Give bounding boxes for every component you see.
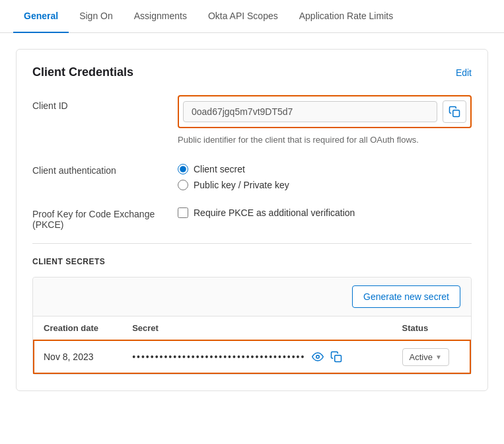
pkce-checkbox-item[interactable]: Require PKCE as additional verification [178,204,472,218]
client-secrets-section: CLIENT SECRETS Generate new secret Creat… [32,257,472,375]
copy-secret-icon [330,351,342,363]
client-auth-radio-group: Client secret Public key / Private key [178,160,472,190]
client-secrets-title: CLIENT SECRETS [32,257,472,266]
client-id-highlight-box: 0oad67jgq5m7vt9DT5d7 [178,95,472,128]
pkce-checkbox-label: Require PKCE as additional verification [194,207,355,218]
tab-bar: General Sign On Assignments Okta API Sco… [0,0,504,33]
pkce-label: Proof Key for Code Exchange (PKCE) [32,204,178,230]
status-dropdown-button[interactable]: Active ▼ [402,348,449,366]
tab-application-rate-limits[interactable]: Application Rate Limits [289,0,404,33]
status-label: Active [410,352,433,362]
td-secret: •••••••••••••••••••••••••••••••••••••• [122,340,391,374]
secrets-toolbar: Generate new secret [33,278,471,316]
th-creation-date: Creation date [33,316,122,340]
pkce-row: Proof Key for Code Exchange (PKCE) Requi… [32,204,472,230]
secrets-table: Creation date Secret Status Nov 8, 2023 [33,316,471,374]
tab-okta-api-scopes[interactable]: Okta API Scopes [198,0,289,33]
client-id-row: Client ID 0oad67jgq5m7vt9DT5d7 Public id… [32,95,472,147]
copy-icon [449,106,460,118]
radio-client-secret-label: Client secret [194,164,245,174]
secret-col: •••••••••••••••••••••••••••••••••••••• [132,351,380,363]
secrets-table-wrapper: Generate new secret Creation date Secret… [32,277,472,375]
radio-client-secret-input[interactable] [178,164,188,174]
generate-secret-button[interactable]: Generate new secret [352,285,460,308]
client-credentials-card: Client Credentials Edit Client ID 0oad67… [16,49,488,391]
secrets-table-header-row: Creation date Secret Status [33,316,471,340]
tab-assignments[interactable]: Assignments [124,0,198,33]
svg-rect-2 [335,355,342,362]
tab-sign-on[interactable]: Sign On [69,0,124,33]
reveal-secret-button[interactable] [312,351,324,363]
td-status: Active ▼ [392,340,471,374]
card-title: Client Credentials [32,65,133,79]
client-id-helper: Public identifier for the client that is… [178,133,472,147]
copy-secret-button[interactable] [330,351,342,363]
tab-general[interactable]: General [13,0,69,33]
page: General Sign On Assignments Okta API Sco… [0,0,504,444]
card-header: Client Credentials Edit [32,65,472,79]
eye-icon [312,351,324,363]
main-content: Client Credentials Edit Client ID 0oad67… [0,33,504,407]
section-divider [32,243,472,244]
th-status: Status [392,316,471,340]
chevron-down-icon: ▼ [435,353,442,361]
client-id-field: 0oad67jgq5m7vt9DT5d7 [183,101,437,122]
client-auth-label: Client authentication [32,160,178,176]
edit-link[interactable]: Edit [456,67,472,78]
radio-public-key-label: Public key / Private key [194,180,289,190]
table-row: Nov 8, 2023 ••••••••••••••••••••••••••••… [33,340,471,374]
client-id-label: Client ID [32,95,178,111]
copy-client-id-button[interactable] [443,100,466,123]
client-auth-value: Client secret Public key / Private key [178,160,472,190]
secrets-table-head: Creation date Secret Status [33,316,471,340]
th-secret: Secret [122,316,391,340]
client-id-value: 0oad67jgq5m7vt9DT5d7 Public identifier f… [178,95,472,147]
radio-client-secret[interactable]: Client secret [178,164,472,174]
radio-public-key-input[interactable] [178,180,188,190]
client-auth-row: Client authentication Client secret Publ… [32,160,472,190]
secret-dots: •••••••••••••••••••••••••••••••••••••• [132,352,305,362]
pkce-checkbox[interactable] [178,207,188,218]
td-creation-date: Nov 8, 2023 [33,340,122,374]
svg-rect-0 [453,110,460,117]
secrets-table-body: Nov 8, 2023 ••••••••••••••••••••••••••••… [33,340,471,374]
pkce-value: Require PKCE as additional verification [178,204,472,218]
radio-public-key[interactable]: Public key / Private key [178,180,472,190]
svg-point-1 [316,355,320,359]
